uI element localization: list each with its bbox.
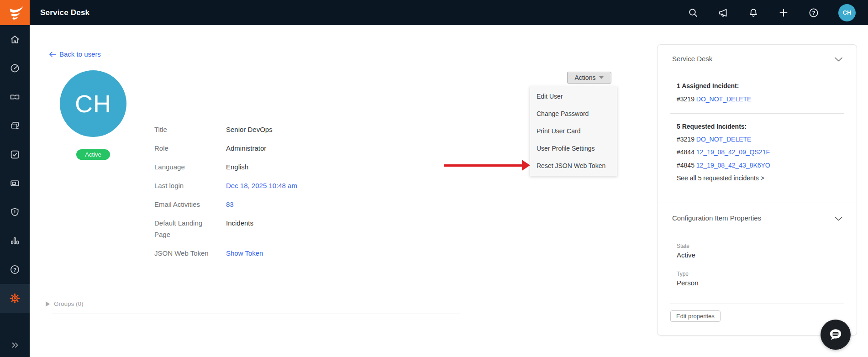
chevron-down-icon <box>599 76 604 79</box>
status-badge: Active <box>76 149 110 160</box>
menu-item-change-password[interactable]: Change Password <box>530 105 617 122</box>
field-label: Title <box>154 124 214 135</box>
sidebar-item-assets[interactable] <box>0 111 30 140</box>
back-to-users-link[interactable]: Back to users <box>49 50 101 58</box>
requested-incident-row: #4844 12_19_08_42_09_QS21F <box>677 148 770 156</box>
requested-incidents-header: 5 Requested Incidents: <box>677 123 747 130</box>
screens-icon <box>9 120 21 131</box>
panel-divider <box>670 304 844 304</box>
sidebar-item-incidents[interactable] <box>0 83 30 111</box>
user-avatar-small[interactable]: CH <box>838 4 856 21</box>
last-login-link[interactable]: Dec 18, 2025 10:48 am <box>226 180 369 191</box>
sidebar-item-help[interactable]: ? <box>0 255 30 284</box>
detail-row-json-web-token: JSON Web Token Show Token <box>154 247 369 259</box>
type-label: Type <box>677 271 689 277</box>
collapse-chevron-icon[interactable] <box>835 216 842 221</box>
incident-link[interactable]: 12_19_08_42_09_QS21F <box>696 148 770 156</box>
actions-dropdown-menu: Edit User Change Password Print User Car… <box>530 86 617 176</box>
back-arrow-icon <box>49 52 56 57</box>
field-label: Role <box>154 142 214 154</box>
assigned-incidents-header: 1 Assigned Incident: <box>677 82 739 89</box>
field-value: Incidents <box>226 217 369 240</box>
show-token-link[interactable]: Show Token <box>226 247 369 259</box>
service-desk-panel-title: Service Desk <box>672 55 712 63</box>
panel-section-divider <box>658 203 857 203</box>
field-label: Email Activities <box>154 199 214 210</box>
field-label: Default Landing Page <box>154 217 214 240</box>
card-icon <box>9 178 21 189</box>
help-icon[interactable]: ? <box>808 7 819 18</box>
search-icon[interactable] <box>688 7 699 18</box>
field-label: Last login <box>154 180 214 191</box>
gauge-icon <box>9 63 21 74</box>
back-link-label: Back to users <box>59 50 101 58</box>
actions-button[interactable]: Actions <box>567 72 611 84</box>
groups-divider <box>52 314 460 314</box>
menu-item-user-profile-settings[interactable]: User Profile Settings <box>530 140 617 157</box>
email-activities-link[interactable]: 83 <box>226 199 369 210</box>
edit-properties-button[interactable]: Edit properties <box>670 310 721 322</box>
detail-row-title: Title Senior DevOps <box>154 124 369 135</box>
sidebar-item-reports[interactable] <box>0 226 30 255</box>
svg-text:?: ? <box>13 267 16 273</box>
chat-bubble-icon <box>828 327 843 342</box>
menu-item-reset-json-web-token[interactable]: Reset JSON Web Token <box>530 157 617 174</box>
menu-item-print-user-card[interactable]: Print User Card <box>530 122 617 140</box>
sidebar-item-setup[interactable] <box>0 284 30 313</box>
actions-button-label: Actions <box>575 74 596 81</box>
ci-properties-title: Configuration Item Properties <box>672 214 761 222</box>
incident-id: #4844 <box>677 148 694 156</box>
annotation-arrow <box>444 159 530 171</box>
home-icon <box>9 34 21 45</box>
detail-row-last-login: Last login Dec 18, 2025 10:48 am <box>154 180 369 191</box>
sidebar-expand-button[interactable] <box>0 336 30 354</box>
annotation-arrow-head <box>522 160 530 171</box>
detail-row-default-landing-page: Default Landing Page Incidents <box>154 217 369 240</box>
detail-row-email-activities: Email Activities 83 <box>154 199 369 210</box>
groups-toggle[interactable]: Groups (0) <box>46 300 460 307</box>
incident-id: #3219 <box>677 136 694 143</box>
field-value: Senior DevOps <box>226 124 369 135</box>
solarwinds-logo[interactable] <box>0 0 30 25</box>
collapsed-triangle-icon <box>46 301 50 307</box>
incident-link[interactable]: DO_NOT_DELETE <box>696 95 752 103</box>
edit-properties-label: Edit properties <box>676 313 715 320</box>
groups-label: Groups (0) <box>54 300 84 307</box>
detail-row-role: Role Administrator <box>154 142 369 154</box>
menu-item-edit-user[interactable]: Edit User <box>530 88 617 105</box>
ticket-icon <box>9 91 21 103</box>
sidebar-item-dashboard[interactable] <box>0 54 30 83</box>
checkbox-icon <box>9 149 21 160</box>
collapse-chevron-icon[interactable] <box>835 57 842 62</box>
sidebar-item-home[interactable] <box>0 25 30 54</box>
state-value: Active <box>677 251 695 259</box>
incident-link[interactable]: DO_NOT_DELETE <box>696 136 752 143</box>
see-all-requested-link[interactable]: See all 5 requested incidents > <box>677 174 764 182</box>
megaphone-icon[interactable] <box>718 7 729 18</box>
plus-icon[interactable] <box>778 7 789 18</box>
gear-icon <box>9 293 21 304</box>
field-value: English <box>226 161 369 173</box>
sidebar-item-solutions[interactable] <box>0 169 30 198</box>
chat-fab-button[interactable] <box>821 320 851 350</box>
shield-alert-icon <box>9 206 21 218</box>
field-label: Language <box>154 161 214 173</box>
field-value: Administrator <box>226 142 369 154</box>
sidebar-item-risks[interactable] <box>0 198 30 226</box>
topbar-actions: ? CH <box>688 4 868 21</box>
bell-icon[interactable] <box>748 7 759 18</box>
state-label: State <box>677 243 689 249</box>
solarwinds-swirl-icon <box>6 4 24 22</box>
panel-divider <box>670 113 844 114</box>
incident-link[interactable]: 12_19_08_42_43_8K6YO <box>696 162 770 169</box>
left-nav: ? <box>0 25 30 357</box>
field-label: JSON Web Token <box>154 247 214 259</box>
annotation-arrow-shaft <box>444 164 522 167</box>
bar-chart-icon <box>9 235 21 247</box>
incident-id: #3219 <box>677 95 694 103</box>
user-details: Title Senior DevOps Role Administrator L… <box>154 124 369 266</box>
user-avatar-large: CH <box>60 70 126 137</box>
double-chevron-right-icon <box>10 340 20 350</box>
requested-incident-row: #3219 DO_NOT_DELETE <box>677 136 751 143</box>
sidebar-item-service-catalog[interactable] <box>0 140 30 169</box>
